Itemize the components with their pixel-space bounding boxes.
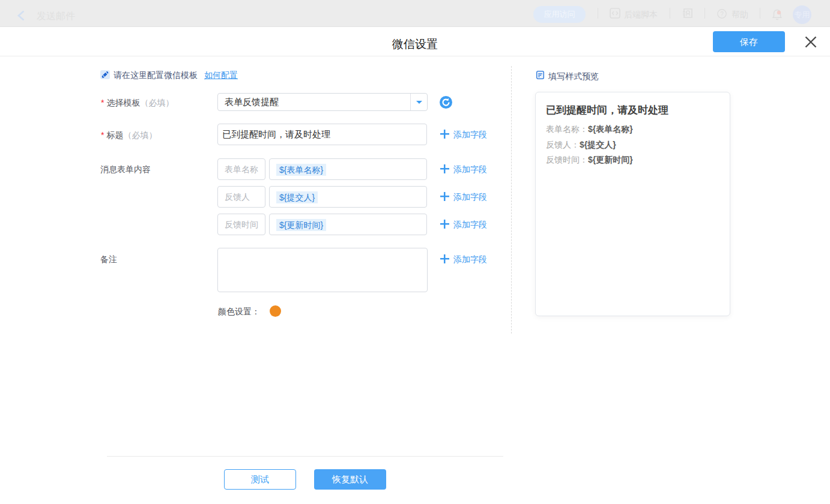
- svg-text:?: ?: [720, 11, 724, 17]
